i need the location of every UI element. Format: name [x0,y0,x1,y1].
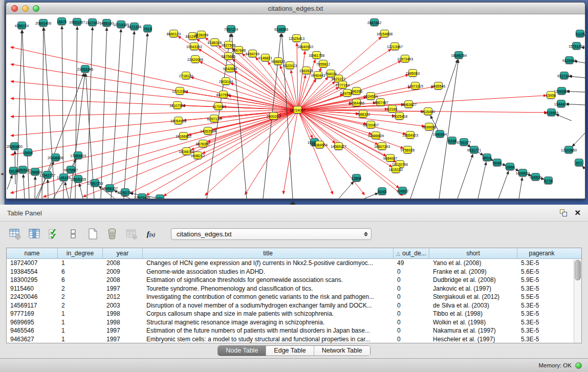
splitter-collapse-arrow-icon[interactable]: ◀ [1,172,3,176]
graph-node-selected[interactable]: 16154838 [380,30,389,37]
tab-edge-table[interactable]: Edge Table [266,346,314,356]
graph-node-selected[interactable]: 12325413 [292,34,301,42]
graph-node-selected[interactable]: 8186328 [210,38,219,46]
graph-node-selected[interactable]: 9115460 [424,107,432,115]
graph-node-selected[interactable]: 9990443 [314,71,322,79]
table-row[interactable]: 946554611997Estimation of the future num… [7,326,574,335]
graph-node-selected[interactable]: 9146821 [261,54,270,61]
graph-node-selected[interactable]: 12213967 [390,42,399,50]
scrollbar-thumb[interactable] [575,260,581,280]
graph-node-selected[interactable]: 2300203 [269,112,278,120]
graph-node-selected[interactable]: 8267130 [210,115,219,122]
graph-node[interactable]: 25260850 [10,142,19,150]
graph-node[interactable]: 16782759 [121,188,129,196]
column-header-in-degree[interactable]: in_degree [58,248,103,258]
graph-node-selected[interactable]: 9827508 [224,41,233,49]
graph-node-selected[interactable]: 746266 [352,87,361,95]
graph-node-selected[interactable]: 18107552 [173,101,182,109]
graph-node-selected[interactable]: 2967608 [234,46,243,54]
graph-node[interactable]: 981 [156,194,164,199]
graph-node-selected[interactable]: 9498212 [193,151,202,159]
graph-node[interactable]: 9975887 [67,166,75,173]
row-height-icon[interactable] [67,227,80,240]
graph-node-selected[interactable]: 3024554 [366,92,375,100]
graph-node-selected[interactable]: 10973493 [401,55,409,62]
graph-node-selected[interactable]: 9322013 [286,61,294,69]
network-canvas[interactable]: 4355724206914061657510653287152700264661… [6,14,585,199]
table-mode-icon[interactable] [8,227,21,240]
graph-node[interactable]: 6466160 [102,19,111,27]
graph-node[interactable]: 9338 [448,137,456,144]
graph-node-selected[interactable]: 8660123 [169,30,178,37]
graph-node-selected[interactable]: 9684067 [386,154,395,162]
graph-node-selected[interactable]: 12973115 [411,82,420,90]
graph-node[interactable]: 9531771 [470,146,478,154]
float-panel-icon[interactable] [560,209,567,216]
graph-node-selected[interactable]: 19166852 [179,132,188,140]
graph-node-selected[interactable]: 19463627 [404,100,413,108]
graph-node-selected[interactable]: 1615152 [391,165,400,173]
graph-node[interactable]: 10719185 [117,20,125,28]
column-header-title[interactable]: title [143,248,394,258]
graph-node-selected[interactable]: 8878352 [199,140,207,147]
column-header-year[interactable]: year [103,248,143,258]
table-row[interactable]: 977716911998Corpus callosum shape and si… [7,310,574,318]
graph-node[interactable]: 1350511 [18,166,27,173]
graph-node[interactable]: 16648784 [454,51,463,59]
column-header-short[interactable]: short [429,248,517,258]
graph-node-selected[interactable]: 14569117 [334,142,343,150]
graph-node[interactable]: 12342757 [43,171,52,179]
graph-node-selected[interactable]: 1562615 [302,67,311,74]
graph-node[interactable]: 7515 [143,25,152,32]
graph-node-selected[interactable]: 9465546 [434,82,443,90]
graph-node[interactable]: 1145194 [59,173,68,181]
graph-node-selected[interactable]: 19384554 [315,141,324,148]
graph-node[interactable]: 15751074 [572,42,581,50]
graph-node-selected[interactable]: 2226058 [197,31,206,38]
graph-node-selected[interactable]: 22420046 [191,55,200,63]
table-row[interactable]: 1872400712008Changes of HCN gene express… [7,259,574,268]
graph-node[interactable]: 15494 [24,148,32,156]
graph-node[interactable]: 9218586 [277,25,286,33]
column-header-pagerank[interactable]: pagerank [517,248,566,258]
graph-node[interactable]: 924502 [398,187,407,194]
graph-node[interactable]: 21053346 [81,65,90,73]
graph-node[interactable]: 9245 [378,187,386,195]
graph-node-selected[interactable]: 9242848 [226,64,234,72]
graph-node-selected[interactable]: 8454749 [248,50,257,57]
panel-splitter-handle[interactable] [290,201,296,205]
graph-node-selected[interactable]: 9699695 [425,123,433,130]
close-window-button[interactable] [11,5,18,12]
graph-node[interactable]: 9227343 [560,72,569,79]
graph-node-selected[interactable]: 62160 [388,105,397,113]
graph-node-selected[interactable]: 2803144 [222,77,230,85]
graph-node[interactable]: 12093832 [557,87,566,95]
graph-node[interactable]: 1604632 [518,169,527,177]
graph-node-selected[interactable]: 9588520 [274,57,282,65]
graph-node-selected[interactable]: 16640910 [301,42,310,50]
graph-node-selected[interactable]: 16046766 [182,147,191,155]
column-header-name[interactable]: name [7,248,58,258]
graph-node-selected[interactable]: 15958 [547,91,555,99]
graph-node[interactable]: 8914 [483,154,491,161]
tab-node-table[interactable]: Node Table [218,346,266,356]
graph-node[interactable]: 12808 [352,174,361,182]
graph-node[interactable]: 1156869 [31,168,39,176]
graph-node[interactable]: 2887682 [370,18,379,26]
graph-node-selected[interactable]: 16961758 [312,51,321,59]
graph-node-selected[interactable]: 19654923 [406,131,415,139]
graph-node-selected[interactable]: 18807243 [378,142,386,150]
zoom-window-button[interactable] [33,5,39,12]
table-row[interactable]: 1830029562008Estimation of significance … [7,276,574,285]
table-row[interactable]: 946362711997Embryonic stem cells: a mode… [7,335,574,343]
graph-node-selected[interactable]: 9777169 [338,81,347,89]
graph-node-selected[interactable]: 2718120 [182,72,190,79]
graph-node[interactable]: 20691406 [39,19,48,27]
graph-node[interactable]: 17359924 [74,151,82,159]
graph-node[interactable]: 924503 [531,173,540,181]
graph-node-selected[interactable]: 8427552 [219,91,228,98]
graph-node-selected[interactable]: 19054933 [174,117,183,124]
graph-node-selected[interactable]: 7955812 [319,60,328,68]
table-row[interactable]: 1456911722003Disruption of a novel membe… [7,301,574,310]
graph-node[interactable]: 20206536 [51,154,60,161]
